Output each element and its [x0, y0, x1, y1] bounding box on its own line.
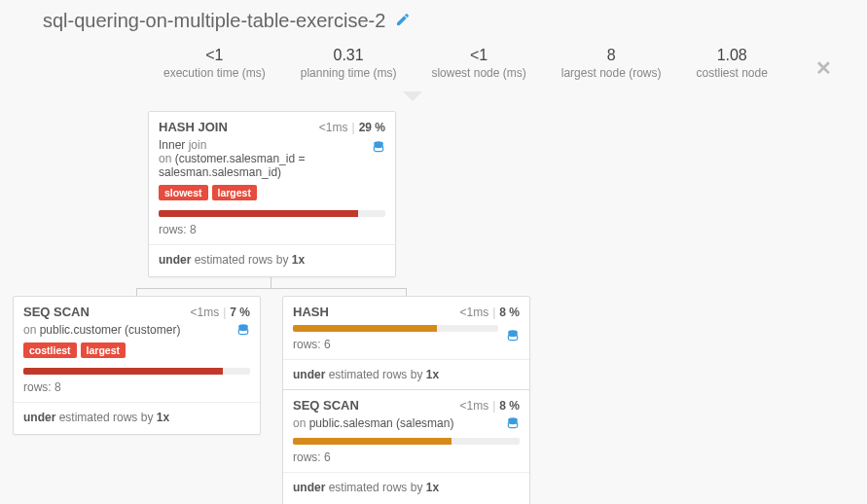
- bar-fill: [293, 438, 452, 445]
- stat-exec-time: <1 execution time (ms): [146, 47, 283, 80]
- node-pct: 7 %: [230, 306, 250, 319]
- est-factor: 1x: [292, 253, 305, 267]
- title-row: sql-quering-on-multiple-table-exercise-2: [43, 10, 411, 32]
- node-name: SEQ SCAN: [23, 305, 90, 319]
- plan-node-seqscan-customer[interactable]: SEQ SCAN <1ms|7 % on public.customer (cu…: [13, 296, 261, 435]
- est-mid: estimated rows by: [325, 481, 425, 494]
- tag-largest: largest: [212, 185, 257, 200]
- node-name: HASH JOIN: [159, 120, 228, 134]
- on-word: on: [159, 152, 175, 165]
- node-bar: [293, 438, 520, 445]
- plan-title: sql-quering-on-multiple-table-exercise-2: [43, 10, 385, 32]
- connector: [136, 288, 137, 296]
- node-bar: [23, 368, 250, 375]
- node-pct: 29 %: [359, 121, 385, 134]
- table-name: public.customer (customer): [40, 323, 181, 337]
- tag-costliest: costliest: [23, 342, 77, 358]
- node-bar: [159, 210, 385, 217]
- node-subtext: on public.customer (customer): [14, 323, 260, 342]
- stat-label: slowest node (ms): [431, 66, 525, 80]
- node-meta: <1ms|7 %: [191, 306, 251, 319]
- node-subtext: on public.salesman (salesman): [283, 416, 529, 436]
- bar-fill: [293, 325, 437, 332]
- stat-value: 0.31: [301, 47, 397, 64]
- stat-value: <1: [163, 47, 266, 64]
- connector: [406, 288, 407, 296]
- node-meta: <1ms|29 %: [319, 121, 385, 134]
- bar-fill: [159, 210, 358, 217]
- node-time: <1ms: [460, 306, 489, 319]
- tag-largest: largest: [81, 342, 126, 358]
- stat-value: 8: [561, 47, 662, 64]
- node-time: <1ms: [460, 399, 489, 413]
- close-icon[interactable]: ✕: [815, 56, 832, 80]
- estimate-line: under estimated rows by 1x: [283, 360, 529, 391]
- node-meta: <1ms|8 %: [460, 306, 521, 319]
- node-header: HASH JOIN <1ms|29 %: [149, 112, 395, 138]
- stats-bar: <1 execution time (ms) 0.31 planning tim…: [146, 47, 785, 80]
- node-meta: <1ms|8 %: [460, 399, 521, 413]
- rows-line: rows: 8: [14, 380, 260, 403]
- stat-slowest: <1 slowest node (ms): [414, 47, 543, 80]
- on-word: on: [23, 323, 40, 337]
- node-name: SEQ SCAN: [293, 398, 359, 413]
- est-under: under: [159, 253, 191, 267]
- est-under: under: [293, 481, 325, 494]
- join-word: join: [185, 138, 206, 152]
- database-icon[interactable]: [236, 323, 250, 340]
- plan-node-hash[interactable]: HASH <1ms|8 % rows: 6 under estimated ro…: [282, 296, 530, 392]
- on-word: on: [293, 416, 309, 430]
- rows-line: rows: 6: [283, 450, 529, 473]
- tag-slowest: slowest: [159, 185, 208, 200]
- node-header: HASH <1ms|8 %: [283, 297, 529, 323]
- stat-label: costliest node: [697, 66, 768, 80]
- est-under: under: [293, 368, 325, 381]
- node-tags: costliest largest: [14, 342, 260, 366]
- pointer-icon: [403, 91, 422, 101]
- node-tags: slowest largest: [149, 185, 395, 208]
- node-time: <1ms: [191, 306, 220, 319]
- est-mid: estimated rows by: [325, 368, 425, 381]
- join-cond: (customer.salesman_id = salesman.salesma…: [159, 152, 305, 179]
- est-mid: estimated rows by: [191, 253, 291, 267]
- node-pct: 8 %: [499, 306, 520, 319]
- stat-value: <1: [431, 47, 525, 64]
- bar-fill: [23, 368, 223, 375]
- stat-value: 1.08: [697, 47, 768, 64]
- stat-label: planning time (ms): [301, 66, 397, 80]
- estimate-line: under estimated rows by 1x: [149, 245, 395, 276]
- stat-plan-time: 0.31 planning time (ms): [283, 47, 415, 80]
- node-time: <1ms: [319, 121, 348, 134]
- node-pct: 8 %: [499, 399, 520, 413]
- database-icon[interactable]: [372, 140, 385, 157]
- stat-label: execution time (ms): [163, 66, 266, 80]
- database-icon[interactable]: [506, 416, 520, 433]
- stat-costliest: 1.08 costliest node: [679, 47, 785, 80]
- plan-node-hash-join[interactable]: HASH JOIN <1ms|29 % Inner join on (custo…: [148, 111, 396, 277]
- stat-largest: 8 largest node (rows): [544, 47, 679, 80]
- node-header: SEQ SCAN <1ms|8 %: [283, 390, 529, 416]
- edit-icon[interactable]: [395, 12, 411, 30]
- est-factor: 1x: [426, 481, 439, 494]
- node-subtext: Inner join on (customer.salesman_id = sa…: [149, 138, 395, 185]
- join-type: Inner: [159, 138, 185, 152]
- est-factor: 1x: [157, 411, 169, 424]
- node-bar: [293, 325, 498, 332]
- table-name: public.salesman (salesman): [309, 416, 454, 430]
- rows-line: rows: 6: [283, 338, 529, 360]
- stat-label: largest node (rows): [561, 66, 662, 80]
- node-header: SEQ SCAN <1ms|7 %: [14, 297, 260, 323]
- estimate-line: under estimated rows by 1x: [283, 473, 529, 504]
- node-name: HASH: [293, 305, 329, 319]
- plan-node-seqscan-salesman[interactable]: SEQ SCAN <1ms|8 % on public.salesman (sa…: [282, 389, 530, 504]
- est-factor: 1x: [426, 368, 439, 381]
- rows-line: rows: 8: [149, 223, 395, 245]
- database-icon[interactable]: [506, 329, 520, 345]
- estimate-line: under estimated rows by 1x: [14, 403, 260, 434]
- connector: [136, 288, 406, 289]
- est-mid: estimated rows by: [55, 411, 156, 424]
- est-under: under: [23, 411, 55, 424]
